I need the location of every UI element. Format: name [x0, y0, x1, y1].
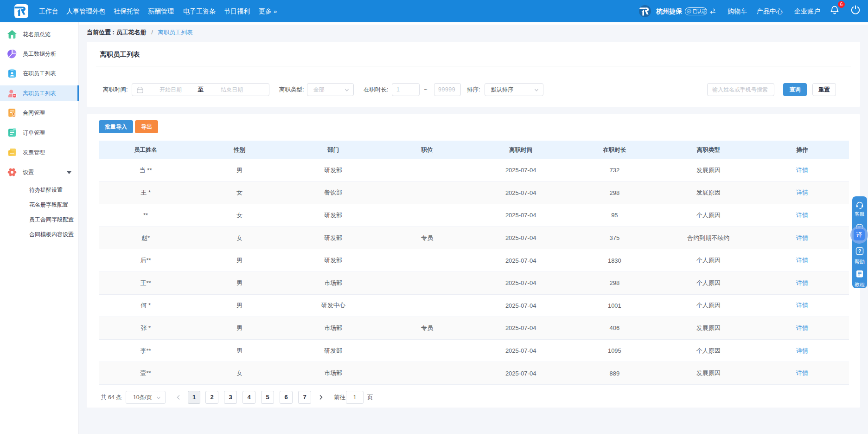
svg-text:?: ? [858, 248, 862, 254]
